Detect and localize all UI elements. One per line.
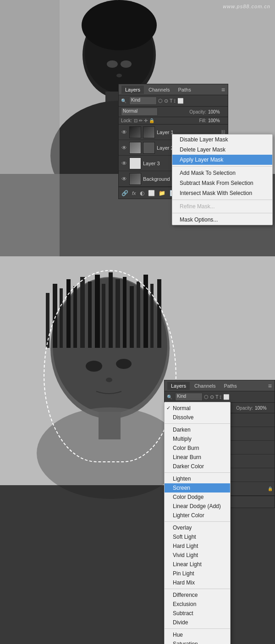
eye-icon-0[interactable]: 👁 <box>121 129 127 135</box>
eye-icon-2[interactable]: 👁 <box>121 160 127 167</box>
blend-row-top: Normal Opacity: 100% <box>119 107 228 117</box>
tab-paths-bottom[interactable]: Paths <box>220 382 241 390</box>
ctx-sep-3 <box>172 213 272 213</box>
svg-rect-18 <box>73 286 77 348</box>
blend-mode-dropdown-top[interactable]: Normal <box>121 108 158 116</box>
svg-rect-16 <box>60 288 63 348</box>
svg-rect-23 <box>109 272 113 348</box>
lock-transparent-icon[interactable]: ⊡ <box>134 118 138 123</box>
bd-hard-light[interactable]: Hard Light <box>165 541 230 551</box>
bd-subtract[interactable]: Subtract <box>165 609 230 618</box>
svg-point-31 <box>86 361 102 372</box>
blend-mode-dropdown-menu: Normal Dissolve Darken Multiply Color Bu… <box>164 402 231 644</box>
bd-sep-1 <box>165 423 230 424</box>
fx-icon[interactable]: fx <box>132 190 136 196</box>
bd-color-dodge[interactable]: Color Dodge <box>165 492 230 502</box>
panel-toolbar-bottom: 🔍 Kind ⬡ ⊙ T ⟟ ⬜ <box>165 391 275 403</box>
fill-label-top: Fill: <box>199 118 206 123</box>
link-icon[interactable]: 🔗 <box>121 190 128 196</box>
layer-thumb-2 <box>129 157 141 169</box>
svg-rect-17 <box>66 279 71 348</box>
layer-thumb-1 <box>129 142 141 154</box>
bd-overlay[interactable]: Overlay <box>165 523 230 532</box>
bd-exclusion[interactable]: Exclusion <box>165 600 230 609</box>
svg-rect-30 <box>157 279 161 348</box>
opacity-label-top: Opacity: <box>189 109 206 114</box>
ctx-subtract-mask-sel[interactable]: Subtract Mask From Selection <box>172 178 272 188</box>
tab-layers-top[interactable]: Layers <box>121 86 144 94</box>
bd-linear-light[interactable]: Linear Light <box>165 560 230 569</box>
svg-point-6 <box>107 60 118 68</box>
tab-channels-bottom[interactable]: Channels <box>191 382 219 390</box>
bd-darken[interactable]: Darken <box>165 425 230 434</box>
bd-vivid-light[interactable]: Vivid Light <box>165 551 230 560</box>
panel-tabs: Layers Channels Paths ≡ <box>119 84 228 95</box>
eye-icon-3[interactable]: 👁 <box>121 176 127 182</box>
bd-linear-burn[interactable]: Linear Burn <box>165 453 230 462</box>
adjustment-icon[interactable]: ◐ <box>140 190 144 196</box>
lock-move-icon[interactable]: ✛ <box>144 118 148 123</box>
ctx-intersect-mask-sel[interactable]: Intersect Mask With Selection <box>172 188 272 198</box>
panel-toolbar-top: 🔍 Kind ⬡ ⊙ T ⟟ ⬜ <box>119 95 228 107</box>
svg-rect-26 <box>130 286 134 348</box>
svg-rect-20 <box>88 281 92 348</box>
bd-divide[interactable]: Divide <box>165 618 230 627</box>
ctx-apply-mask[interactable]: Apply Layer Mask <box>172 155 272 165</box>
panel-menu-button-bottom[interactable]: ≡ <box>268 382 272 390</box>
search-icon-bottom: 🔍 <box>167 395 172 400</box>
ctx-delete-mask[interactable]: Delete Layer Mask <box>172 145 272 155</box>
mask-icon[interactable]: ⬜ <box>148 190 155 196</box>
svg-rect-24 <box>116 279 120 348</box>
bd-lighten[interactable]: Lighten <box>165 474 230 483</box>
svg-point-3 <box>82 0 157 50</box>
lock-row-top: Lock: ⊡ ✏ ✛ 🔒 Fill: 100% <box>119 117 228 124</box>
tab-paths-top[interactable]: Paths <box>175 86 195 94</box>
kind-dropdown-top[interactable]: Kind <box>129 97 157 105</box>
lock-all-icon[interactable]: 🔒 <box>149 118 154 123</box>
kind-dropdown-bottom[interactable]: Kind <box>175 393 203 401</box>
search-icon-top: 🔍 <box>121 98 126 103</box>
bd-normal[interactable]: Normal <box>165 404 230 413</box>
bd-soft-light[interactable]: Soft Light <box>165 532 230 541</box>
bd-hue[interactable]: Hue <box>165 630 230 639</box>
lock-brush-icon[interactable]: ✏ <box>139 118 143 123</box>
tab-layers-bottom[interactable]: Layers <box>167 382 190 390</box>
tab-channels-top[interactable]: Channels <box>145 86 173 94</box>
svg-rect-10 <box>0 0 60 256</box>
panel-menu-button-top[interactable]: ≡ <box>221 86 225 93</box>
svg-rect-22 <box>102 284 105 348</box>
bd-hard-mix[interactable]: Hard Mix <box>165 578 230 587</box>
bd-linear-dodge[interactable]: Linear Dodge (Add) <box>165 502 230 511</box>
layer-mask-1 <box>143 142 155 154</box>
bd-multiply[interactable]: Multiply <box>165 434 230 444</box>
panel-tabs-bottom: Layers Channels Paths ≡ <box>165 380 275 391</box>
svg-point-8 <box>116 74 122 77</box>
svg-rect-14 <box>46 293 50 348</box>
folder-icon[interactable]: 📁 <box>159 190 165 196</box>
opacity-label-bottom: Opacity: <box>236 406 253 411</box>
ctx-add-mask-sel[interactable]: Add Mask To Selection <box>172 168 272 178</box>
bottom-section: Layers Channels Paths ≡ 🔍 Kind ⬡ ⊙ T ⟟ ⬜… <box>0 256 275 644</box>
filter-icons-top: ⬡ ⊙ T ⟟ ⬜ <box>158 98 184 104</box>
bd-lighter-color[interactable]: Lighter Color <box>165 511 230 520</box>
context-menu-top: Disable Layer Mask Delete Layer Mask App… <box>172 134 273 225</box>
svg-point-33 <box>106 378 112 382</box>
bd-darker-color[interactable]: Darker Color <box>165 462 230 471</box>
bd-sep-5 <box>165 628 230 629</box>
ctx-sep-2 <box>172 200 272 200</box>
bd-dissolve[interactable]: Dissolve <box>165 413 230 422</box>
bd-pin-light[interactable]: Pin Light <box>165 569 230 578</box>
ctx-disable-mask[interactable]: Disable Layer Mask <box>172 135 272 145</box>
svg-point-32 <box>116 359 132 369</box>
svg-rect-28 <box>143 275 148 348</box>
bd-saturation[interactable]: Saturation <box>165 639 230 644</box>
bd-screen[interactable]: Screen <box>165 483 230 492</box>
opacity-value-top: 100% <box>208 109 226 114</box>
fill-value-top: 100% <box>208 118 226 123</box>
eye-icon-1[interactable]: 👁 <box>121 145 127 151</box>
bd-difference[interactable]: Difference <box>165 590 230 600</box>
bd-color-burn[interactable]: Color Burn <box>165 444 230 453</box>
ctx-mask-options[interactable]: Mask Options... <box>172 215 272 225</box>
svg-rect-25 <box>123 277 126 348</box>
top-section: www.ps88.com.cn Layers Channels Paths ≡ … <box>0 0 275 256</box>
